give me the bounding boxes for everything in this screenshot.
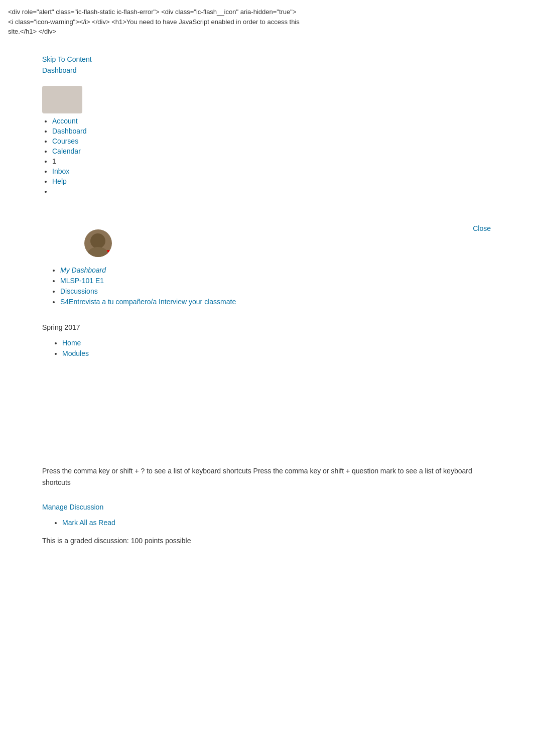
nav-dashboard-link[interactable]: Dashboard (52, 127, 87, 135)
nav-item-courses[interactable]: Courses (52, 137, 491, 145)
keyboard-hint-text: Press the comma key or shift + ? to see … (42, 467, 472, 486)
mark-all-as-read-link[interactable]: Mark All as Read (62, 519, 115, 527)
help-link[interactable]: Help (52, 177, 67, 185)
alert-text: <div role="alert" class="ic-flash-static… (8, 8, 300, 35)
breadcrumb-assignment[interactable]: S4Entrevista a tu compañero/a Interview … (60, 298, 491, 306)
user-avatar-container (42, 224, 154, 259)
inbox-count: 1 (52, 157, 56, 165)
course-nav-modules[interactable]: Modules (62, 349, 491, 357)
nav-item-calendar[interactable]: Calendar (52, 147, 491, 155)
account-link[interactable]: Account (52, 117, 78, 125)
nav-avatar-image (42, 86, 82, 113)
course-nav-home[interactable]: Home (62, 339, 491, 347)
close-button[interactable]: Close (473, 224, 491, 232)
mark-all-as-read-item[interactable]: Mark All as Read (62, 519, 491, 527)
semester-label: Spring 2017 (42, 323, 80, 331)
breadcrumb-my-dashboard[interactable]: My Dashboard (60, 266, 491, 274)
skip-to-content-link[interactable]: Skip To Content (42, 54, 491, 65)
nav-item-dashboard[interactable]: Dashboard (52, 127, 491, 135)
close-section: Close (0, 204, 533, 224)
semester-heading: Spring 2017 (0, 313, 533, 336)
main-nav: Account Dashboard Courses Calendar 1 Inb… (0, 79, 533, 204)
user-avatar (84, 229, 112, 257)
breadcrumb-nav: My Dashboard MLSP-101 E1 Discussions S4E… (0, 259, 533, 313)
manage-discussion-link[interactable]: Manage Discussion (42, 503, 103, 511)
discussions-link[interactable]: Discussions (60, 287, 98, 295)
home-link[interactable]: Home (62, 339, 81, 347)
breadcrumb-course[interactable]: MLSP-101 E1 (60, 277, 491, 285)
breadcrumb-discussions[interactable]: Discussions (60, 287, 491, 295)
manage-discussion-section: Manage Discussion (0, 498, 533, 516)
course-nav: Home Modules (0, 339, 533, 365)
nav-item-avatar (42, 86, 491, 115)
courses-link[interactable]: Courses (52, 137, 78, 145)
graded-info: This is a graded discussion: 100 points … (0, 532, 533, 555)
user-badge (105, 250, 111, 256)
assignment-link[interactable]: S4Entrevista a tu compañero/a Interview … (60, 298, 236, 306)
mark-read-list: Mark All as Read (0, 516, 533, 532)
nav-item-inbox-count: 1 (52, 157, 491, 165)
keyboard-hint: Press the comma key or shift + ? to see … (0, 365, 533, 498)
nav-item-inbox[interactable]: Inbox (52, 167, 491, 175)
dashboard-link[interactable]: Dashboard (42, 65, 491, 76)
modules-link[interactable]: Modules (62, 349, 89, 357)
graded-info-text: This is a graded discussion: 100 points … (42, 537, 191, 545)
skip-nav-section: Skip To Content Dashboard (0, 44, 533, 79)
my-dashboard-link[interactable]: My Dashboard (60, 266, 106, 274)
alert-bar: <div role="alert" class="ic-flash-static… (0, 0, 533, 44)
inbox-link[interactable]: Inbox (52, 167, 69, 175)
nav-item-help[interactable]: Help (52, 177, 491, 185)
calendar-link[interactable]: Calendar (52, 147, 81, 155)
nav-item-account[interactable]: Account (52, 117, 491, 125)
course-link[interactable]: MLSP-101 E1 (60, 277, 104, 285)
nav-item-empty (52, 187, 491, 197)
